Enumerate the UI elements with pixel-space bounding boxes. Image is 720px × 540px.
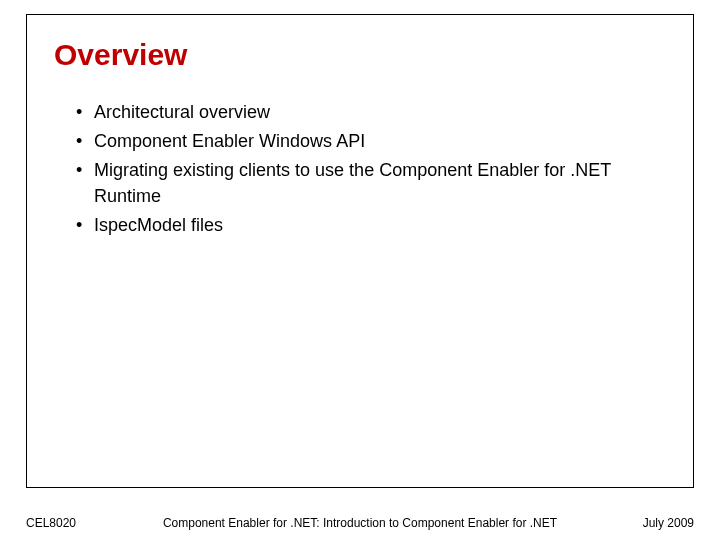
footer-right: July 2009 (574, 516, 694, 530)
slide-content: Overview Architectural overview Componen… (26, 14, 694, 488)
slide-title: Overview (54, 38, 666, 72)
list-item: IspecModel files (76, 213, 666, 238)
bullet-list: Architectural overview Component Enabler… (54, 100, 666, 238)
list-item: Migrating existing clients to use the Co… (76, 158, 666, 208)
list-item: Component Enabler Windows API (76, 129, 666, 154)
footer: CEL8020 Component Enabler for .NET: Intr… (26, 516, 694, 530)
footer-left: CEL8020 (26, 516, 146, 530)
list-item: Architectural overview (76, 100, 666, 125)
footer-center: Component Enabler for .NET: Introduction… (146, 516, 574, 530)
